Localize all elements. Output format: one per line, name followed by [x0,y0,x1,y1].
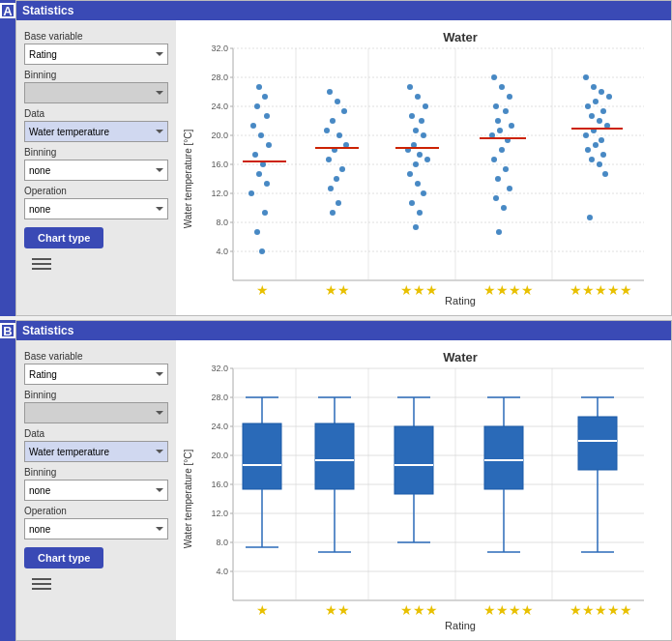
panel-a: A Statistics Base variable Rating Binnin… [0,0,672,316]
binning2-select-a[interactable]: none [24,160,168,181]
svg-point-73 [419,118,424,124]
svg-point-39 [262,94,268,100]
svg-point-90 [507,94,512,100]
svg-point-82 [415,181,421,187]
svg-point-38 [254,103,260,109]
svg-point-79 [424,157,430,162]
svg-point-72 [409,113,415,119]
base-variable-label-b: Base variable [24,351,168,362]
svg-point-126 [587,215,593,220]
svg-point-113 [600,108,606,114]
panel-b-controls: Base variable Rating Binning Data Water … [16,340,176,640]
svg-point-102 [507,186,512,191]
svg-text:★★: ★★ [325,282,350,298]
svg-point-91 [493,103,499,109]
svg-text:★★★★: ★★★★ [483,282,534,298]
base-variable-select-b[interactable]: Rating [24,364,168,385]
binning2-label-b: Binning [24,467,168,478]
svg-text:★★★★: ★★★★ [483,602,534,618]
svg-point-58 [324,128,330,133]
svg-text:24.0: 24.0 [211,102,228,111]
binning2-select-b[interactable]: none [24,480,168,501]
data-select-a[interactable]: Water temperature [24,121,168,142]
data-label-a: Data [24,108,168,119]
svg-point-100 [503,166,509,172]
svg-point-111 [593,99,599,104]
svg-point-121 [585,147,591,153]
svg-point-112 [585,103,591,109]
svg-text:★★★: ★★★ [400,602,438,618]
svg-text:20.0: 20.0 [211,131,228,140]
svg-text:★★: ★★ [325,602,350,618]
svg-point-95 [497,128,503,133]
svg-text:32.0: 32.0 [211,44,228,53]
svg-point-89 [499,84,505,90]
svg-point-99 [491,157,497,162]
svg-point-119 [599,137,604,143]
svg-text:16.0: 16.0 [211,160,228,169]
svg-text:4.0: 4.0 [216,567,228,576]
svg-point-108 [591,84,597,90]
svg-point-101 [495,176,501,182]
svg-point-69 [407,84,413,90]
svg-point-65 [328,186,334,191]
svg-text:24.0: 24.0 [211,422,228,431]
binning-select-a[interactable] [24,82,168,103]
svg-point-64 [334,176,339,182]
data-select-b[interactable]: Water temperature [24,441,168,462]
svg-text:16.0: 16.0 [211,480,228,489]
panel-a-letter: A [0,3,15,18]
svg-point-118 [583,132,589,138]
svg-point-63 [339,166,345,172]
operation-select-a[interactable]: none [24,198,168,219]
svg-text:Water: Water [443,30,478,44]
svg-rect-180 [394,426,433,494]
operation-label-a: Operation [24,186,168,196]
svg-point-83 [421,190,426,196]
svg-point-85 [417,210,423,216]
svg-point-75 [421,132,426,138]
svg-point-49 [248,190,254,196]
svg-point-125 [602,171,608,177]
svg-text:Water temperature [°C]: Water temperature [°C] [183,450,193,549]
svg-point-59 [336,132,342,138]
menu-icon-a[interactable] [24,254,168,274]
svg-text:28.0: 28.0 [211,73,228,82]
svg-point-110 [606,94,612,100]
menu-icon-b[interactable] [24,574,168,594]
svg-text:★: ★ [256,602,269,618]
chart-type-button-b[interactable]: Chart type [24,547,103,568]
svg-point-123 [589,157,595,162]
chart-type-button-a[interactable]: Chart type [24,227,103,248]
binning-select-b[interactable] [24,402,168,423]
svg-point-84 [409,200,415,206]
svg-point-78 [417,152,423,158]
svg-point-51 [254,229,260,235]
svg-text:32.0: 32.0 [211,364,228,373]
svg-point-94 [509,123,514,129]
svg-rect-186 [484,426,523,489]
svg-point-120 [593,142,599,148]
svg-point-52 [259,248,265,254]
dot-chart: Water Water temperature [°C] Rating 32.0 [180,24,654,309]
data-label-b: Data [24,428,168,439]
svg-point-44 [266,142,272,148]
base-variable-select-a[interactable]: Rating [24,44,168,65]
svg-text:★★★: ★★★ [400,282,438,298]
svg-point-56 [341,108,347,114]
svg-point-70 [415,94,421,100]
svg-point-109 [599,89,604,95]
panel-b-header: Statistics [16,321,671,340]
binning2-label-a: Binning [24,147,168,158]
svg-point-41 [264,113,270,119]
panel-b-title: Statistics [22,324,73,337]
svg-text:12.0: 12.0 [211,189,228,198]
panel-b-chart: Water Water temperature [°C] Rating 32.0… [176,340,671,640]
svg-point-43 [258,132,264,138]
svg-point-114 [589,113,595,119]
svg-text:Rating: Rating [445,295,476,306]
svg-point-66 [336,200,341,206]
svg-point-86 [413,224,419,230]
boxplot-chart: Water Water temperature [°C] Rating 32.0… [180,344,654,634]
operation-select-b[interactable]: none [24,518,168,539]
